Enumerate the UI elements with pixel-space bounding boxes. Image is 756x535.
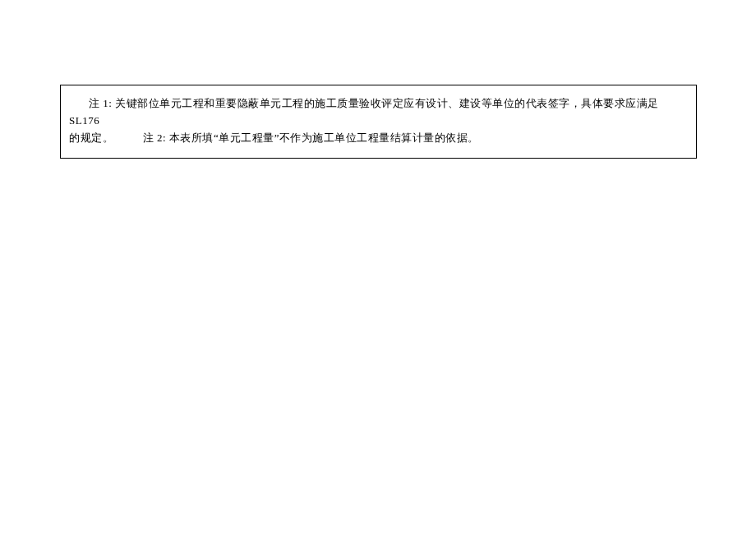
notes-box: 注 1: 关键部位单元工程和重要隐蔽单元工程的施工质量验收评定应有设计、建设等单… <box>60 85 697 159</box>
note1-label: 注 1: <box>89 97 112 109</box>
note2-label: 注 2: <box>143 131 166 144</box>
note1-text-line1: 关键部位单元工程和重要隐蔽单元工程的施工质量验收评定应有设计、建设等单位的代表签… <box>69 97 659 127</box>
notes-content: 注 1: 关键部位单元工程和重要隐蔽单元工程的施工质量验收评定应有设计、建设等单… <box>69 95 688 146</box>
note2-text: 本表所填“单元工程量”不作为施工单位工程量结算计量的依据。 <box>169 131 479 144</box>
note1-text-line2: 的规定。 <box>69 131 113 144</box>
